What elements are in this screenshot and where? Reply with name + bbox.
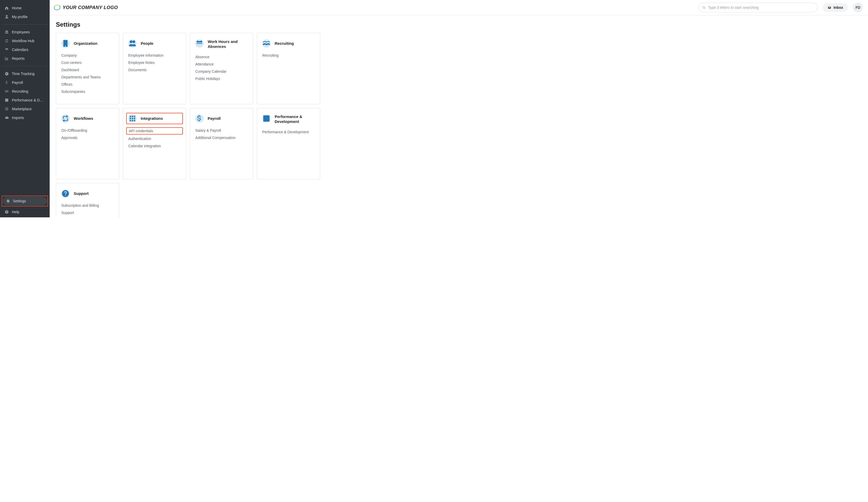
settings-card-performance-development: Performance & Development Performance & …: [257, 108, 320, 179]
sidebar-item-label: Performance & D…: [12, 98, 43, 102]
settings-link-recruiting[interactable]: Recruiting: [262, 53, 315, 58]
gear-icon: [6, 199, 10, 203]
page-title: Settings: [56, 21, 862, 28]
settings-link-performance-development[interactable]: Performance & Development: [262, 130, 315, 134]
card-title: Support: [74, 191, 89, 196]
sidebar-item-calendars[interactable]: Calendars: [0, 45, 50, 54]
settings-link-dashboard[interactable]: Dashboard: [61, 68, 114, 72]
settings-card-workflows: Workflows On-/OffboardingApprovals: [56, 108, 119, 179]
inbox-button[interactable]: Inbox: [823, 3, 848, 12]
settings-link-subscription-and-billing[interactable]: Subscription and Billing: [61, 203, 114, 207]
settings-link-absence[interactable]: Absence: [195, 55, 248, 59]
user-icon: [5, 15, 9, 19]
global-search: [699, 3, 818, 12]
grid-icon: [128, 114, 136, 123]
retweet-icon: [5, 39, 9, 43]
settings-card-people: People Employee InformationEmployee Role…: [123, 33, 186, 104]
sidebar-item-label: Calendars: [12, 48, 29, 52]
settings-link-subcompanies[interactable]: Subcompanies: [61, 90, 114, 94]
sidebar-item-workflow-hub[interactable]: Workflow Hub: [0, 37, 50, 45]
settings-link-salary-payroll[interactable]: Salary & Payroll: [195, 129, 248, 133]
settings-link-departments-and-teams[interactable]: Departments and Teams: [61, 75, 114, 79]
cloud-icon: [5, 116, 9, 120]
sidebar-item-label: Time Tracking: [12, 72, 34, 76]
settings-card-recruiting: Recruiting Recruiting: [257, 33, 320, 104]
sidebar-item-marketplace[interactable]: Marketplace: [0, 104, 50, 113]
sidebar-item-label: Imports: [12, 116, 24, 120]
sidebar-item-employees[interactable]: Employees: [0, 28, 50, 37]
sidebar-item-label: Workflow Hub: [12, 39, 34, 43]
home-icon: [5, 6, 9, 10]
retweet-icon: [61, 114, 70, 123]
grid-icon: [5, 107, 9, 111]
sidebar-item-label: Employees: [12, 30, 30, 34]
sidebar-item-recruiting[interactable]: Recruiting: [0, 87, 50, 96]
settings-link-employee-roles[interactable]: Employee Roles: [128, 61, 181, 65]
cal-icon: [5, 48, 9, 52]
avatar[interactable]: FD: [853, 3, 863, 12]
perf-icon: [262, 114, 270, 123]
settings-link-cost-centers[interactable]: Cost centers: [61, 61, 114, 65]
sidebar-item-reports[interactable]: Reports: [0, 54, 50, 63]
sidebar-item-label: Recruiting: [12, 89, 28, 93]
card-title: Organization: [74, 41, 97, 46]
logo-mark: [53, 4, 61, 11]
settings-link-support[interactable]: Support: [61, 211, 114, 215]
card-title: Recruiting: [275, 41, 294, 46]
settings-link-additional-compensation[interactable]: Additional Compensation: [195, 136, 248, 140]
inbox-label: Inbox: [834, 6, 843, 10]
card-title: Workflows: [74, 116, 93, 121]
sidebar-item-label: Settings: [13, 199, 26, 203]
users-icon: [5, 30, 9, 34]
sidebar-item-performance-d[interactable]: Performance & D…: [0, 96, 50, 104]
annotation-highlight: Integrations: [126, 113, 183, 124]
sidebar-item-home[interactable]: Home: [0, 4, 50, 12]
settings-card-work-hours-and-absences: Work Hours and Absences AbsenceAttendanc…: [190, 33, 253, 104]
settings-link-documents[interactable]: Documents: [128, 68, 181, 72]
sidebar-item-label: Payroll: [12, 81, 23, 85]
avatar-initials: FD: [856, 6, 860, 10]
settings-card-support: Support Subscription and BillingSupport: [56, 183, 119, 217]
settings-link-offices[interactable]: Offices: [61, 82, 114, 86]
sidebar-item-label: Marketplace: [12, 107, 32, 111]
sidebar-item-my-profile[interactable]: My profile: [0, 12, 50, 21]
sidebar-item-help[interactable]: Help: [0, 207, 50, 216]
settings-card-payroll: Payroll Salary & PayrollAdditional Compe…: [190, 108, 253, 179]
settings-link-on-offboarding[interactable]: On-/Offboarding: [61, 129, 114, 133]
dollar-icon: [5, 81, 9, 85]
sidebar-item-label: Help: [12, 210, 19, 214]
question-icon: [5, 210, 9, 214]
settings-link-company[interactable]: Company: [61, 53, 114, 58]
settings-link-company-calendar[interactable]: Company Calendar: [195, 69, 248, 73]
card-title: Work Hours and Absences: [208, 39, 248, 49]
sidebar-item-imports[interactable]: Imports: [0, 113, 50, 122]
search-input[interactable]: [699, 3, 818, 12]
company-logo[interactable]: YOUR COMPANY LOGO: [54, 5, 118, 10]
inbox-icon: [827, 6, 831, 9]
settings-link-authentication[interactable]: Authentication: [128, 137, 181, 141]
sidebar: Home My profile Employees Workflow Hub C…: [0, 0, 50, 217]
topbar: YOUR COMPANY LOGO Inbox FD: [50, 0, 868, 15]
settings-link-employee-information[interactable]: Employee Information: [128, 53, 181, 58]
settings-card-integrations: Integrations API credentialsAuthenticati…: [123, 108, 186, 179]
sidebar-item-label: My profile: [12, 15, 28, 19]
settings-link-approvals[interactable]: Approvals: [61, 136, 114, 140]
chart-icon: [5, 57, 9, 61]
sidebar-item-time-tracking[interactable]: Time Tracking: [0, 69, 50, 78]
hand-icon: [262, 39, 270, 48]
search-icon: [702, 6, 706, 9]
cal-icon: [195, 39, 204, 48]
annotation-highlight: Settings: [2, 196, 48, 206]
dollar-icon: [195, 114, 204, 123]
hand-icon: [5, 89, 9, 93]
sidebar-item-label: Home: [12, 6, 21, 10]
settings-link-api-credentials[interactable]: API credentials: [129, 129, 153, 133]
card-title: Integrations: [141, 116, 163, 121]
sidebar-item-settings[interactable]: Settings: [3, 197, 47, 205]
question-icon: [61, 189, 70, 198]
sidebar-item-label: Reports: [12, 57, 24, 61]
settings-link-attendance[interactable]: Attendance: [195, 62, 248, 66]
settings-link-calendar-integration[interactable]: Calendar integration: [128, 144, 181, 148]
sidebar-item-payroll[interactable]: Payroll: [0, 78, 50, 87]
settings-link-public-holidays[interactable]: Public Holidays: [195, 76, 248, 81]
